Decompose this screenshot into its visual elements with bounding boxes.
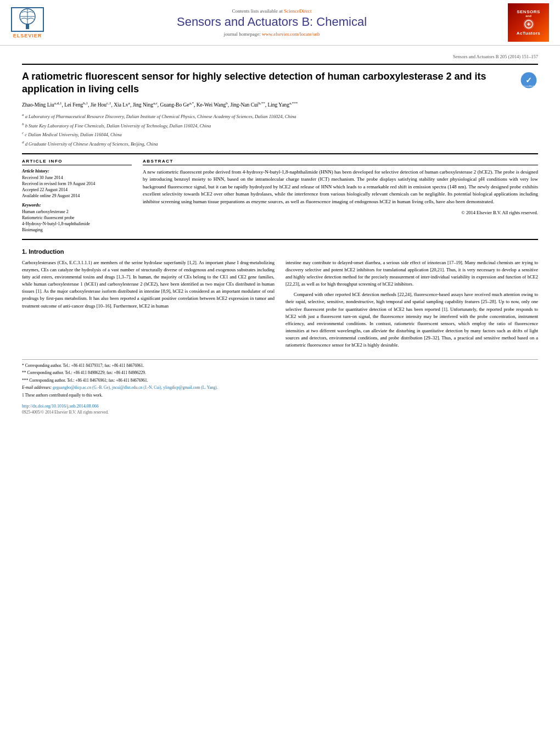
copyright-notice: © 2014 Elsevier B.V. All rights reserved… (143, 210, 538, 215)
email-links[interactable]: geguangbo@dicp.ac.cn (G.-B. Ge), jncui@d… (53, 385, 218, 390)
journal-title-section: Contents lists available at ScienceDirec… (44, 8, 500, 37)
intro-title: 1. Introduction (22, 248, 538, 255)
keyword-1: Human carboxylesterase 2 (22, 209, 132, 214)
accepted-date: Accepted 22 August 2014 (22, 187, 132, 192)
sa-logo: SENSORS and AcTuators (508, 3, 549, 42)
footnote-star3: *** Corresponding author. Tel.: +86 411 … (22, 378, 538, 384)
sa-circle-icon (524, 20, 533, 29)
abstract-col: ABSTRACT A new ratiometric fluorescent p… (143, 159, 538, 233)
affiliations-section: a a Laboratory of Pharmaceutical Resourc… (22, 112, 538, 147)
journal-name: Sensors and Actuators B: Chemical (44, 15, 500, 29)
elsevier-logo: ELSEVIER (11, 7, 44, 38)
article-info-abstract: ARTICLE INFO Article history: Received 3… (22, 159, 538, 233)
footer-issn: 0925-4005/© 2014 Elsevier B.V. All right… (22, 410, 538, 415)
journal-url[interactable]: www.elsevier.com/locate/snb (262, 31, 320, 37)
received-date: Received 30 June 2014 (22, 175, 132, 180)
authors-line: Zhao-Ming Liua,d,1, Lei Fengb,1, Jie Hou… (22, 101, 538, 109)
keyword-2: Ratiometric fluorescent probe (22, 215, 132, 220)
contents-link: Contents lists available at ScienceDirec… (44, 8, 500, 14)
svg-text:CrossMark: CrossMark (523, 85, 534, 87)
footnote-emails: E-mail addresses: geguangbo@dicp.ac.cn (… (22, 385, 538, 391)
sa-logo-line3: AcTuators (517, 31, 540, 36)
paper-title-section: A ratiometric fluorescent sensor for hig… (22, 70, 538, 96)
sa-logo-icon (523, 19, 534, 30)
top-divider (22, 64, 538, 65)
intro-para-1: Carboxylesterases (CEs, E.C.3.1.1.1) are… (22, 259, 275, 310)
intro-col-left: Carboxylesterases (CEs, E.C.3.1.1.1) are… (22, 259, 275, 353)
svg-text:✓: ✓ (525, 75, 532, 84)
affiliation-a: a a Laboratory of Pharmaceutical Resourc… (22, 112, 538, 120)
sa-logo-line2: and (525, 14, 531, 18)
sa-logo-line1: SENSORS (517, 9, 540, 14)
footnote-equal: 1 These authors contributed equally to t… (22, 393, 538, 399)
sciencedirect-link[interactable]: ScienceDirect (284, 8, 311, 14)
journal-homepage: journal homepage: www.elsevier.com/locat… (44, 31, 500, 37)
affiliation-b: b b State Key Laboratory of Fine Chemica… (22, 121, 538, 130)
mid-divider (22, 153, 538, 154)
paper-title: A ratiometric fluorescent sensor for hig… (22, 70, 513, 96)
article-history: Article history: Received 30 June 2014 R… (22, 169, 132, 198)
received-revised-date: Received in revised form 19 August 2014 (22, 181, 132, 186)
available-date: Available online 29 August 2014 (22, 193, 132, 198)
intro-body: Carboxylesterases (CEs, E.C.3.1.1.1) are… (22, 259, 538, 353)
article-info-label: ARTICLE INFO (22, 159, 132, 165)
article-info-col: ARTICLE INFO Article history: Received 3… (22, 159, 132, 233)
elsevier-wordmark: ELSEVIER (13, 33, 42, 38)
email-label: E-mail addresses: (22, 385, 52, 390)
footnotes-section: * Corresponding author. Tel.: +86 411 84… (22, 359, 538, 399)
crossmark-logo: ✓ CrossMark (519, 70, 538, 90)
elsevier-logo-box (11, 7, 44, 32)
crossmark-icon: ✓ CrossMark (520, 71, 537, 89)
introduction-section: 1. Introduction Carboxylesterases (CEs, … (22, 248, 538, 415)
footnote-star2: ** Corresponding author. Tel.: +86 411 8… (22, 370, 538, 376)
intro-para-3: Compared with other reported hCE detecti… (285, 291, 538, 349)
abstract-label: ABSTRACT (143, 159, 538, 165)
affiliation-c: c c Dalian Medical University, Dalian 11… (22, 130, 538, 138)
journal-reference: Sensors and Actuators B 205 (2014) 151–1… (22, 54, 538, 59)
footnote-star1: * Corresponding author. Tel.: +86 411 84… (22, 363, 538, 369)
doi-link[interactable]: http://dx.doi.org/10.1016/j.snb.2014.08.… (22, 404, 99, 409)
history-label: Article history: (22, 169, 132, 174)
elsevier-tree-icon (14, 8, 41, 30)
keyword-4: Bioimaging (22, 227, 132, 232)
main-content: Sensors and Actuators B 205 (2014) 151–1… (0, 46, 560, 426)
keyword-3: 4-Hydroxy-N-butyl-1,8-naphthalimide (22, 221, 132, 226)
intro-col-right: intestine may contribute to delayed-onse… (285, 259, 538, 353)
keywords-label: Keywords: (22, 203, 132, 208)
sa-logo-container: SENSORS and AcTuators (500, 3, 549, 42)
affiliation-d: d d Graduate University of Chinese Acade… (22, 140, 538, 148)
keywords-section: Keywords: Human carboxylesterase 2 Ratio… (22, 203, 132, 232)
bottom-header-divider (22, 239, 538, 240)
footer-doi: http://dx.doi.org/10.1016/j.snb.2014.08.… (22, 404, 538, 409)
intro-para-2: intestine may contribute to delayed-onse… (285, 259, 538, 288)
journal-header: ELSEVIER Contents lists available at Sci… (0, 0, 560, 46)
abstract-text: A new ratiometric fluorescent probe deri… (143, 169, 538, 206)
